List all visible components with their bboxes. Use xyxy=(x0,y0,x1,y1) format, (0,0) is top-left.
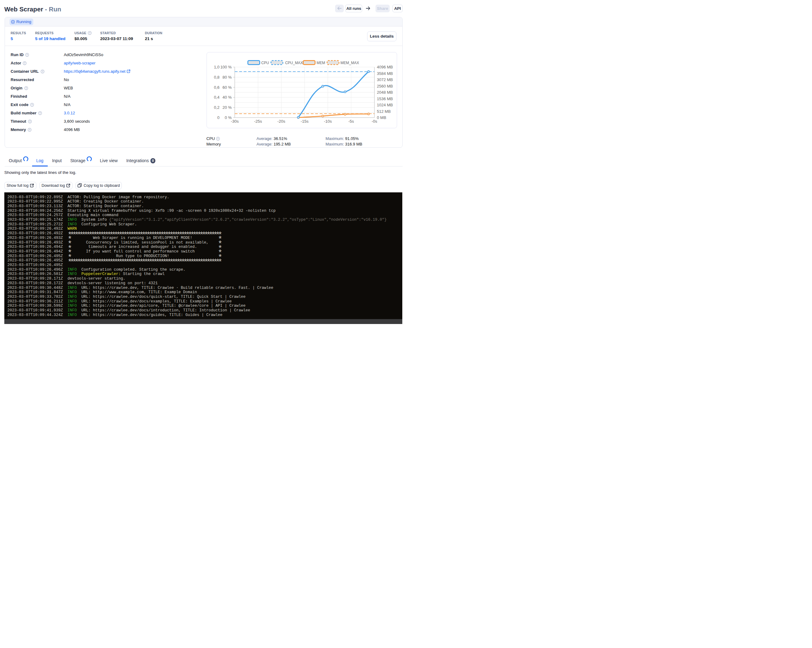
svg-text:0,2: 0,2 xyxy=(214,105,219,110)
svg-text:MEM_MAX: MEM_MAX xyxy=(340,60,359,65)
svg-text:4096 MB: 4096 MB xyxy=(377,65,393,69)
svg-text:-25s: -25s xyxy=(254,119,262,123)
svg-text:-10s: -10s xyxy=(324,119,332,123)
svg-text:3072 MB: 3072 MB xyxy=(377,78,393,82)
svg-text:-15s: -15s xyxy=(301,119,308,123)
svg-text:CPU: CPU xyxy=(261,60,269,65)
svg-text:1,0: 1,0 xyxy=(214,65,219,69)
svg-text:1024 MB: 1024 MB xyxy=(377,103,393,107)
svg-text:2048 MB: 2048 MB xyxy=(377,90,393,95)
svg-text:-5s: -5s xyxy=(348,119,354,123)
svg-text:-0s: -0s xyxy=(371,119,377,123)
svg-text:CPU_MAX: CPU_MAX xyxy=(285,60,303,65)
svg-text:-20s: -20s xyxy=(277,119,285,123)
svg-text:60 %: 60 % xyxy=(222,85,232,89)
svg-text:512 MB: 512 MB xyxy=(377,109,391,113)
svg-text:0 MB: 0 MB xyxy=(377,115,386,120)
svg-text:20 %: 20 % xyxy=(222,105,232,110)
svg-text:2560 MB: 2560 MB xyxy=(377,84,393,88)
svg-text:0,8: 0,8 xyxy=(214,75,219,79)
svg-text:0,6: 0,6 xyxy=(214,85,219,89)
svg-text:100 %: 100 % xyxy=(220,65,232,69)
svg-text:0,4: 0,4 xyxy=(214,95,219,99)
svg-text:-30s: -30s xyxy=(230,119,239,123)
svg-text:40 %: 40 % xyxy=(222,95,232,99)
svg-text:80 %: 80 % xyxy=(222,75,232,79)
svg-text:3584 MB: 3584 MB xyxy=(377,71,393,76)
svg-text:0: 0 xyxy=(217,115,219,120)
svg-text:1536 MB: 1536 MB xyxy=(377,96,393,101)
svg-text:MEM: MEM xyxy=(317,60,325,65)
